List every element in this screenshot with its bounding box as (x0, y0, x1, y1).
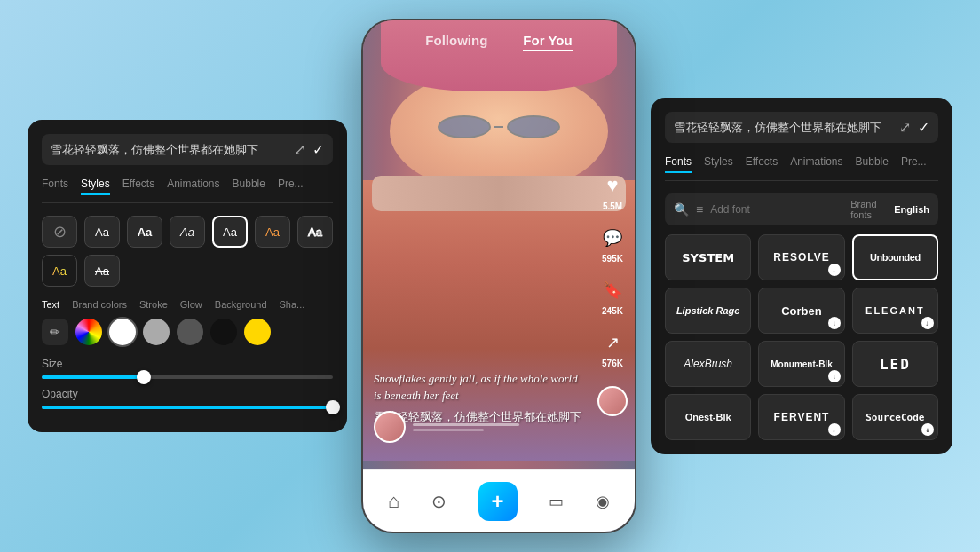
english-filter[interactable]: English (894, 204, 929, 215)
brand-fonts-label[interactable]: Brand fonts (850, 199, 887, 220)
opacity-slider-fill (42, 406, 333, 409)
filter-icon[interactable]: ≡ (696, 202, 703, 217)
resolve-download[interactable]: ↓ (828, 264, 841, 276)
style-none[interactable]: ⊘ (42, 216, 77, 248)
color-tab-stroke[interactable]: Stroke (139, 299, 168, 310)
style-selected[interactable]: Aa (212, 216, 248, 248)
color-row: ✏ (42, 319, 333, 345)
save-action[interactable]: 🔖 245K (598, 276, 627, 316)
font-monument[interactable]: Monument-Blk ↓ (758, 341, 844, 387)
right-check-icon[interactable]: ✓ (918, 119, 929, 136)
comment-count: 595K (602, 254, 623, 264)
user-avatar[interactable] (374, 411, 406, 443)
opacity-label: Opacity (42, 388, 333, 400)
right-tab-animations[interactable]: Animations (790, 155, 842, 173)
like-icon: ♥ (598, 171, 627, 200)
tab-bubble[interactable]: Bubble (233, 177, 265, 195)
nav-following[interactable]: Following (425, 33, 487, 51)
english-caption: Snowflakes gently fall, as if the whole … (374, 371, 581, 403)
right-tab-pre[interactable]: Pre... (901, 155, 927, 173)
color-yellow[interactable] (244, 319, 271, 345)
font-corben[interactable]: Corben ↓ (758, 288, 844, 334)
expand-icon[interactable]: ⤢ (294, 141, 305, 158)
user-mini-avatar[interactable] (597, 386, 628, 416)
font-onest[interactable]: Onest-Blk (665, 394, 751, 440)
progress-bar-2 (413, 429, 484, 431)
size-slider-section: Size (42, 358, 333, 379)
font-fervent[interactable]: FERVENT ↓ (758, 394, 844, 440)
color-rainbow[interactable] (75, 319, 102, 345)
tab-fonts[interactable]: Fonts (42, 177, 68, 195)
sourcecode-download[interactable]: ↓ (921, 423, 934, 436)
right-tab-effects[interactable]: Effects (746, 155, 778, 173)
corben-download[interactable]: ↓ (828, 317, 841, 329)
color-tab-glow[interactable]: Glow (180, 299, 202, 310)
color-tab-text[interactable]: Text (42, 299, 59, 310)
nav-inbox[interactable]: ▭ (549, 492, 564, 511)
font-led[interactable]: LED (852, 341, 938, 387)
font-system[interactable]: SYSTEM (665, 234, 751, 280)
style-bold[interactable]: Aa (127, 216, 162, 248)
color-tab-bg[interactable]: Background (215, 299, 267, 310)
like-action[interactable]: ♥ 5.5M (598, 171, 627, 211)
nav-profile[interactable]: ◉ (596, 492, 610, 511)
nav-home[interactable]: ⌂ (388, 490, 399, 513)
style-strikethrough[interactable]: Aa (84, 255, 120, 287)
tab-effects[interactable]: Effects (122, 177, 154, 195)
right-panel-header: 雪花轻轻飘落，仿佛整个世界都在她脚下 ⤢ ✓ (665, 112, 938, 143)
color-tab-sha[interactable]: Sha... (280, 299, 305, 310)
fervent-download[interactable]: ↓ (828, 423, 841, 436)
right-tab-fonts[interactable]: Fonts (665, 155, 692, 173)
style-gradient[interactable]: Aa (42, 255, 77, 287)
share-count: 576K (602, 359, 623, 368)
left-panel-header: 雪花轻轻飘落，仿佛整个世界都在她脚下 ⤢ ✓ (42, 134, 333, 165)
tab-pre[interactable]: Pre... (278, 177, 304, 195)
monument-download[interactable]: ↓ (828, 370, 841, 382)
progress-bar-1 (413, 423, 519, 426)
right-tab-bar: Fonts Styles Effects Animations Bubble P… (665, 155, 938, 181)
mini-avatar-img (597, 386, 628, 416)
opacity-slider-track[interactable] (42, 406, 333, 409)
left-tab-bar: Fonts Styles Effects Animations Bubble P… (42, 177, 333, 203)
nav-foryou[interactable]: For You (523, 33, 572, 51)
color-dark-gray[interactable] (177, 319, 203, 345)
right-tab-styles[interactable]: Styles (704, 155, 733, 173)
phone-bottom-user (374, 411, 519, 443)
tab-animations[interactable]: Animations (167, 177, 219, 195)
opacity-slider-thumb[interactable] (326, 400, 340, 414)
font-elegant[interactable]: ELEGANT ↓ (852, 288, 938, 334)
elegant-download[interactable]: ↓ (921, 317, 934, 329)
color-white[interactable] (109, 319, 136, 345)
eyedropper-icon[interactable]: ✏ (42, 319, 68, 345)
color-light-gray[interactable] (143, 319, 170, 345)
style-outline[interactable]: Aa (297, 216, 333, 248)
comment-action[interactable]: 💬 595K (598, 224, 627, 264)
nav-search[interactable]: ⊙ (431, 491, 447, 512)
check-icon[interactable]: ✓ (312, 141, 324, 158)
right-header-text: 雪花轻轻飘落，仿佛整个世界都在她脚下 (674, 120, 892, 136)
style-italic[interactable]: Aa (170, 216, 205, 248)
nav-create[interactable]: + (478, 482, 518, 521)
search-input[interactable] (710, 203, 843, 216)
font-grid: SYSTEM RESOLVE ↓ Unbounded Lipstick Rage… (665, 234, 938, 440)
color-tab-brand[interactable]: Brand colors (72, 299, 127, 310)
comment-icon: 💬 (598, 224, 627, 252)
font-alexbrush[interactable]: AlexBrush (665, 341, 751, 387)
font-resolve[interactable]: RESOLVE ↓ (758, 234, 844, 280)
save-icon: 🔖 (598, 276, 627, 304)
style-grid: ⊘ Aa Aa Aa Aa Aa Aa Aa Aa (42, 216, 333, 287)
font-sourcecode[interactable]: SourceCode ↓ (852, 394, 938, 440)
search-icon: 🔍 (674, 202, 689, 217)
share-action[interactable]: ↗ 576K (598, 328, 627, 368)
font-unbounded[interactable]: Unbounded (852, 234, 938, 280)
style-color[interactable]: Aa (255, 216, 290, 248)
tab-styles[interactable]: Styles (81, 177, 110, 195)
right-tab-bubble[interactable]: Bubble (856, 155, 889, 173)
style-normal[interactable]: Aa (84, 216, 120, 248)
left-panel: 雪花轻轻飘落，仿佛整个世界都在她脚下 ⤢ ✓ Fonts Styles Effe… (28, 120, 347, 432)
color-black[interactable] (210, 319, 237, 345)
right-expand-icon[interactable]: ⤢ (899, 119, 911, 136)
size-slider-thumb[interactable] (137, 370, 151, 384)
font-lipstick[interactable]: Lipstick Rage (665, 288, 751, 334)
size-slider-track[interactable] (42, 375, 333, 379)
